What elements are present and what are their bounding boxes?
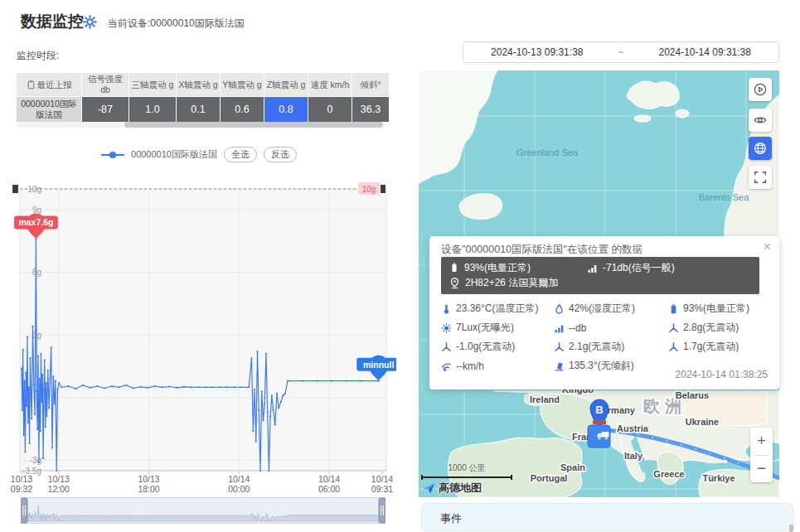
vibration-line-chart[interactable]: 10g10g9g6g3g-3g-3.5g10/1309:3210/1312:00… bbox=[7, 178, 396, 497]
popup-timestamp: 2024-10-14 01:38:25 bbox=[676, 369, 768, 380]
col-header-signal[interactable]: 信号强度 db bbox=[82, 73, 128, 96]
datazoom-handle-left[interactable] bbox=[21, 498, 27, 523]
plot-area[interactable] bbox=[20, 189, 386, 471]
thermometer-icon bbox=[441, 303, 452, 315]
events-panel: 事件 bbox=[421, 503, 793, 531]
data-point bbox=[33, 384, 35, 386]
map-label-country: Ireland bbox=[530, 394, 560, 404]
col-header-z[interactable]: Z轴震动 g bbox=[264, 73, 308, 96]
summary-battery: 93%(电量正常) bbox=[449, 261, 582, 275]
legend-series-label[interactable]: 00000010国际版法国 bbox=[131, 148, 217, 161]
data-point bbox=[331, 380, 332, 382]
map-label-country: Ukraine bbox=[686, 417, 719, 427]
layers-globe-button[interactable] bbox=[749, 137, 772, 160]
data-point bbox=[104, 387, 105, 389]
data-point bbox=[41, 401, 42, 403]
reading-text: -1.0g(无震动) bbox=[456, 340, 515, 354]
reading-text: 1.7g(无震动) bbox=[683, 340, 739, 354]
chart-legend: 00000010国际版法国 全选 反选 bbox=[0, 147, 398, 162]
z-vibration-cell-selected[interactable]: 0.8 bbox=[264, 97, 308, 122]
summary-signal: -71db(信号一般) bbox=[587, 261, 675, 275]
data-point bbox=[58, 382, 60, 384]
data-point bbox=[302, 380, 303, 382]
table-horizontal-scrollbar[interactable] bbox=[17, 122, 383, 128]
data-point bbox=[48, 407, 50, 409]
zoom-in-button[interactable]: + bbox=[750, 428, 773, 455]
map-label-country: Belarus bbox=[676, 390, 709, 400]
data-point bbox=[42, 457, 44, 459]
popup-reading: 7Lux(无曝光) bbox=[441, 318, 554, 337]
triaxial-cell[interactable]: 1.0 bbox=[129, 97, 176, 122]
data-point bbox=[154, 385, 156, 387]
invert-selection-button[interactable]: 反选 bbox=[264, 147, 297, 162]
map-label-country: Spain bbox=[560, 462, 585, 472]
data-point bbox=[49, 378, 51, 380]
popup-reading: 2.8g(无震动) bbox=[668, 318, 773, 337]
data-point bbox=[147, 387, 148, 389]
signal-cell[interactable]: -87 bbox=[82, 97, 128, 122]
threshold-handle-left[interactable] bbox=[12, 185, 18, 193]
range-end[interactable]: 2024-10-14 09:31:38 bbox=[659, 46, 751, 58]
threshold-handle-right[interactable] bbox=[381, 185, 385, 193]
y-tick-label: 9g bbox=[32, 206, 41, 215]
data-point bbox=[22, 349, 24, 351]
x-tick-label: 10/1406:00 bbox=[318, 474, 340, 494]
map-attribution[interactable]: 高德地图 bbox=[422, 481, 482, 496]
col-header-tilt[interactable]: 倾斜° bbox=[352, 73, 389, 96]
data-point bbox=[360, 380, 361, 382]
datazoom-handle-right[interactable] bbox=[379, 498, 385, 523]
signal-icon bbox=[587, 263, 598, 273]
map-scale-label: 1000 公里 bbox=[425, 462, 508, 474]
device-table: 最近上报 信号强度 db 三轴震动 g X轴震动 g Y轴震动 g Z轴震动 g… bbox=[17, 73, 383, 122]
data-point bbox=[47, 370, 49, 371]
speed-cell[interactable]: 0 bbox=[308, 97, 352, 122]
device-marker-group[interactable]: B bbox=[584, 397, 614, 448]
data-point bbox=[46, 415, 47, 417]
select-all-button[interactable]: 全选 bbox=[224, 147, 257, 162]
range-start[interactable]: 2024-10-13 09:31:38 bbox=[491, 46, 583, 58]
data-point bbox=[261, 390, 263, 392]
col-header-x[interactable]: X轴震动 g bbox=[177, 73, 220, 96]
x-vibration-icon bbox=[441, 341, 452, 353]
chart-datazoom-slider[interactable] bbox=[21, 497, 385, 524]
device-name-cell[interactable]: 00000010国际版法国 bbox=[17, 97, 81, 122]
data-point bbox=[38, 462, 40, 463]
data-point bbox=[67, 385, 69, 387]
zoom-out-button[interactable]: − bbox=[750, 456, 773, 483]
data-point bbox=[183, 386, 185, 388]
route-waypoint bbox=[724, 460, 727, 463]
date-range-picker[interactable]: 2024-10-13 09:31:38 ~ 2024-10-14 09:31:3… bbox=[463, 41, 779, 63]
col-header-y[interactable]: Y轴震动 g bbox=[221, 73, 264, 96]
gear-icon[interactable] bbox=[83, 15, 97, 29]
x-tick-label: 10/1309:32 bbox=[11, 474, 32, 494]
data-point bbox=[278, 407, 279, 409]
battery-icon bbox=[668, 303, 679, 315]
col-header-recent[interactable]: 最近上报 bbox=[17, 73, 81, 96]
data-point bbox=[248, 386, 250, 388]
map-label-sea: Greenland Sea bbox=[516, 148, 579, 157]
location-icon bbox=[449, 277, 460, 289]
visibility-button[interactable] bbox=[749, 109, 772, 132]
globe-icon bbox=[753, 141, 768, 156]
col-header-triaxial[interactable]: 三轴震动 g bbox=[129, 73, 176, 96]
data-point bbox=[52, 376, 54, 378]
data-point bbox=[90, 387, 91, 389]
col-header-speed[interactable]: 速度 km/h bbox=[308, 73, 352, 96]
legend-line-icon[interactable] bbox=[101, 151, 124, 159]
fullscreen-button[interactable] bbox=[749, 166, 772, 189]
data-point bbox=[55, 380, 56, 382]
playback-button[interactable] bbox=[749, 78, 772, 101]
x-vibration-cell[interactable]: 0.1 bbox=[177, 97, 220, 122]
data-point bbox=[276, 393, 278, 394]
tilt-cell[interactable]: 36.3 bbox=[352, 97, 389, 122]
scrollbar-thumb[interactable] bbox=[124, 122, 383, 128]
data-point bbox=[26, 405, 27, 407]
y-vibration-cell[interactable]: 0.6 bbox=[221, 97, 264, 122]
reading-text: 2.1g(无震动) bbox=[569, 340, 624, 354]
data-point bbox=[27, 336, 28, 338]
data-point bbox=[265, 353, 267, 355]
data-monitor-page: 数据监控 当前设备:00000010国际版法国 监控时段: 最近上报 信号强度 … bbox=[0, 0, 800, 532]
close-icon[interactable]: × bbox=[764, 239, 771, 254]
events-scrollbar[interactable] bbox=[789, 525, 793, 532]
current-device-label: 当前设备:00000010国际版法国 bbox=[108, 17, 245, 31]
